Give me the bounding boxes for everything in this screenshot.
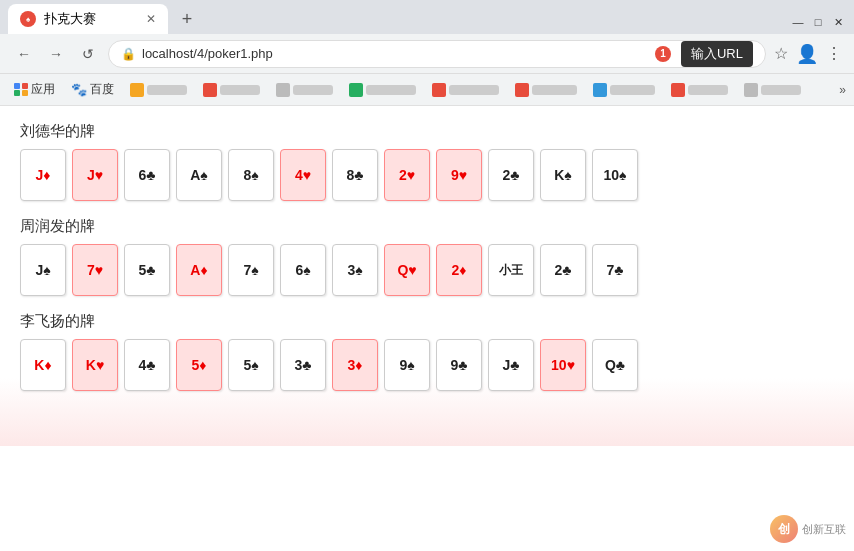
card: 5♠ bbox=[228, 339, 274, 391]
bm-icon-3 bbox=[276, 83, 290, 97]
bm-icon-1 bbox=[130, 83, 144, 97]
card: 9♥ bbox=[436, 149, 482, 201]
url-tooltip: 输入URL bbox=[681, 41, 753, 67]
card: 7♠ bbox=[228, 244, 274, 296]
watermark: 创 创新互联 bbox=[770, 515, 846, 543]
card: J♦ bbox=[20, 149, 66, 201]
bm-text-8 bbox=[688, 85, 728, 95]
bookmark-item-9[interactable] bbox=[738, 81, 807, 99]
bookmark-item-3[interactable] bbox=[270, 81, 339, 99]
bm-icon-8 bbox=[671, 83, 685, 97]
player-3-label: 李飞扬的牌 bbox=[20, 312, 834, 331]
player-2-label: 周润发的牌 bbox=[20, 217, 834, 236]
player-3-cards: K♦ K♥ 4♣ 5♦ 5♠ 3♣ 3♦ 9♠ 9♣ J♣ 10♥ Q♣ bbox=[20, 339, 834, 391]
card: 4♥ bbox=[280, 149, 326, 201]
bm-text-2 bbox=[220, 85, 260, 95]
menu-icon[interactable]: ⋮ bbox=[826, 44, 842, 63]
card: 10♠ bbox=[592, 149, 638, 201]
bm-text-6 bbox=[532, 85, 577, 95]
card: 9♣ bbox=[436, 339, 482, 391]
card: J♣ bbox=[488, 339, 534, 391]
bm-text-4 bbox=[366, 85, 416, 95]
bookmark-baidu[interactable]: 🐾 百度 bbox=[65, 79, 120, 100]
forward-button[interactable]: → bbox=[44, 42, 68, 66]
address-bar: ← → ↺ 🔒 localhost/4/poker1.php 1 输入URL ☆… bbox=[0, 34, 854, 74]
baidu-label: 百度 bbox=[90, 81, 114, 98]
card: 10♥ bbox=[540, 339, 586, 391]
close-window-button[interactable]: ✕ bbox=[830, 14, 846, 30]
card: K♠ bbox=[540, 149, 586, 201]
player-1-label: 刘德华的牌 bbox=[20, 122, 834, 141]
card: 3♠ bbox=[332, 244, 378, 296]
card: 2♣ bbox=[540, 244, 586, 296]
player-1-section: 刘德华的牌 J♦ J♥ 6♣ A♠ 8♠ 4♥ 8♣ 2♥ 9♥ 2♣ K♠ 1… bbox=[20, 122, 834, 201]
bm-icon-9 bbox=[744, 83, 758, 97]
card: Q♥ bbox=[384, 244, 430, 296]
card: 6♣ bbox=[124, 149, 170, 201]
tab-close-button[interactable]: ✕ bbox=[146, 12, 156, 26]
bookmark-item-4[interactable] bbox=[343, 81, 422, 99]
baidu-icon: 🐾 bbox=[71, 82, 87, 97]
card: 7♣ bbox=[592, 244, 638, 296]
card: 7♥ bbox=[72, 244, 118, 296]
bookmark-item-2[interactable] bbox=[197, 81, 266, 99]
bookmarks-more-button[interactable]: » bbox=[839, 83, 846, 97]
bookmarks-bar: 应用 🐾 百度 » bbox=[0, 74, 854, 106]
bookmark-item-5[interactable] bbox=[426, 81, 505, 99]
card: A♠ bbox=[176, 149, 222, 201]
card: 5♦ bbox=[176, 339, 222, 391]
card: 小王 bbox=[488, 244, 534, 296]
minimize-button[interactable]: — bbox=[790, 14, 806, 30]
bm-icon-6 bbox=[515, 83, 529, 97]
card: A♦ bbox=[176, 244, 222, 296]
url-input[interactable]: 🔒 localhost/4/poker1.php 1 输入URL bbox=[108, 40, 766, 68]
bm-icon-2 bbox=[203, 83, 217, 97]
new-tab-button[interactable]: + bbox=[172, 4, 202, 34]
card: 8♠ bbox=[228, 149, 274, 201]
card: 2♦ bbox=[436, 244, 482, 296]
bm-text-9 bbox=[761, 85, 801, 95]
bookmark-item-7[interactable] bbox=[587, 81, 661, 99]
tab-title: 扑克大赛 bbox=[44, 10, 96, 28]
card: Q♣ bbox=[592, 339, 638, 391]
watermark-text: 创新互联 bbox=[802, 522, 846, 537]
card: J♠ bbox=[20, 244, 66, 296]
refresh-button[interactable]: ↺ bbox=[76, 42, 100, 66]
card: 6♠ bbox=[280, 244, 326, 296]
tab-favicon: ♠ bbox=[20, 11, 36, 27]
bookmark-item-1[interactable] bbox=[124, 81, 193, 99]
player-1-cards: J♦ J♥ 6♣ A♠ 8♠ 4♥ 8♣ 2♥ 9♥ 2♣ K♠ 10♠ bbox=[20, 149, 834, 201]
card: 3♣ bbox=[280, 339, 326, 391]
card: K♥ bbox=[72, 339, 118, 391]
apps-icon bbox=[14, 83, 28, 97]
bm-icon-5 bbox=[432, 83, 446, 97]
bm-icon-4 bbox=[349, 83, 363, 97]
notification-badge: 1 bbox=[655, 46, 671, 62]
bookmark-item-8[interactable] bbox=[665, 81, 734, 99]
lock-icon: 🔒 bbox=[121, 47, 136, 61]
maximize-button[interactable]: □ bbox=[810, 14, 826, 30]
bm-text-5 bbox=[449, 85, 499, 95]
card: 9♠ bbox=[384, 339, 430, 391]
page-content: 刘德华的牌 J♦ J♥ 6♣ A♠ 8♠ 4♥ 8♣ 2♥ 9♥ 2♣ K♠ 1… bbox=[0, 106, 854, 446]
card: K♦ bbox=[20, 339, 66, 391]
card: 2♥ bbox=[384, 149, 430, 201]
back-button[interactable]: ← bbox=[12, 42, 36, 66]
player-3-section: 李飞扬的牌 K♦ K♥ 4♣ 5♦ 5♠ 3♣ 3♦ 9♠ 9♣ J♣ 10♥ … bbox=[20, 312, 834, 391]
apps-label: 应用 bbox=[31, 81, 55, 98]
card: 8♣ bbox=[332, 149, 378, 201]
player-2-cards: J♠ 7♥ 5♣ A♦ 7♠ 6♠ 3♠ Q♥ 2♦ 小王 2♣ 7♣ bbox=[20, 244, 834, 296]
card: J♥ bbox=[72, 149, 118, 201]
bm-text-3 bbox=[293, 85, 333, 95]
profile-icon[interactable]: 👤 bbox=[796, 43, 818, 65]
card: 5♣ bbox=[124, 244, 170, 296]
card: 4♣ bbox=[124, 339, 170, 391]
active-tab[interactable]: ♠ 扑克大赛 ✕ bbox=[8, 4, 168, 34]
card: 3♦ bbox=[332, 339, 378, 391]
bookmark-item-6[interactable] bbox=[509, 81, 583, 99]
url-text: localhost/4/poker1.php bbox=[142, 46, 649, 61]
bookmark-apps[interactable]: 应用 bbox=[8, 79, 61, 100]
watermark-logo: 创 bbox=[770, 515, 798, 543]
bookmark-star-icon[interactable]: ☆ bbox=[774, 44, 788, 63]
bm-icon-7 bbox=[593, 83, 607, 97]
